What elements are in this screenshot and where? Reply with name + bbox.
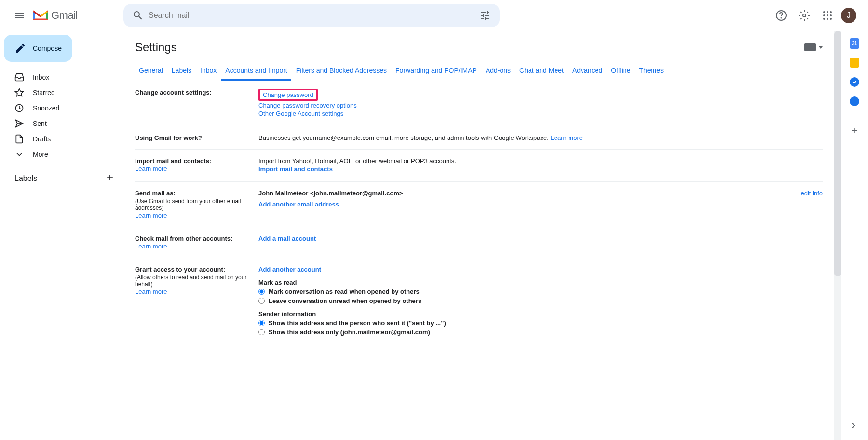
- gear-icon: [799, 10, 810, 21]
- inbox-icon: [14, 72, 24, 82]
- row-change-account: Change account settings: Change password…: [135, 81, 823, 126]
- sidebar-item-snoozed[interactable]: Snoozed: [4, 100, 118, 116]
- mark-read-radio-opt1[interactable]: [258, 289, 265, 295]
- scrollbar[interactable]: [834, 31, 841, 440]
- chevron-right-icon: [848, 420, 859, 431]
- main-menu-button[interactable]: [8, 4, 31, 27]
- sidebar-item-starred[interactable]: Starred: [4, 85, 118, 100]
- sidebar-item-label: Sent: [33, 120, 47, 127]
- svg-point-11: [830, 18, 832, 20]
- sidebar-item-label: Snoozed: [33, 104, 59, 112]
- sidebar-item-drafts[interactable]: Drafts: [4, 131, 118, 147]
- svg-marker-12: [15, 89, 24, 96]
- content: Settings GeneralLabelsInboxAccounts and …: [123, 31, 841, 440]
- send-icon: [14, 119, 24, 128]
- svg-point-6: [823, 14, 825, 16]
- tab-advanced[interactable]: Advanced: [569, 62, 606, 81]
- svg-point-10: [827, 18, 828, 20]
- grant-access-learn-more-link[interactable]: Learn more: [135, 288, 167, 295]
- tab-chat-and-meet[interactable]: Chat and Meet: [515, 62, 568, 81]
- tab-filters-and-blocked-addresses[interactable]: Filters and Blocked Addresses: [292, 62, 391, 81]
- sidebar-item-label: Starred: [33, 89, 55, 96]
- add-ons-button[interactable]: +: [850, 126, 859, 136]
- search-box[interactable]: [123, 4, 500, 27]
- svg-point-2: [803, 14, 806, 17]
- tab-themes[interactable]: Themes: [635, 62, 667, 81]
- svg-point-8: [830, 14, 832, 16]
- account-avatar[interactable]: J: [841, 8, 856, 23]
- settings-body: Change account settings: Change password…: [123, 81, 834, 344]
- send-mail-as-desc: (Use Gmail to send from your other email…: [135, 198, 258, 211]
- star-icon: [14, 88, 24, 97]
- header-left: Gmail: [8, 4, 123, 27]
- header-right: J: [772, 6, 860, 25]
- tab-labels[interactable]: Labels: [168, 62, 195, 81]
- hide-side-panel-button[interactable]: [847, 419, 860, 432]
- scrollbar-thumb[interactable]: [834, 31, 841, 276]
- add-mail-account-link[interactable]: Add a mail account: [258, 235, 316, 242]
- import-learn-more-link[interactable]: Learn more: [135, 165, 167, 172]
- import-mail-action-link[interactable]: Import mail and contacts: [258, 165, 333, 173]
- sender-info-radio-opt2[interactable]: [258, 329, 265, 335]
- tab-forwarding-and-pop-imap[interactable]: Forwarding and POP/IMAP: [392, 62, 481, 81]
- tab-accounts-and-import[interactable]: Accounts and Import: [221, 62, 291, 81]
- svg-point-3: [823, 11, 825, 13]
- pencil-icon: [14, 42, 26, 54]
- sender-info-radio-opt1[interactable]: [258, 320, 265, 326]
- send-mail-learn-more-link[interactable]: Learn more: [135, 212, 167, 219]
- settings-header: Settings: [123, 31, 834, 62]
- svg-point-7: [827, 14, 828, 16]
- tab-add-ons[interactable]: Add-ons: [482, 62, 515, 81]
- grant-access-desc: (Allow others to read and send mail on y…: [135, 274, 258, 288]
- tasks-icon: [850, 77, 859, 87]
- sidebar-item-label: Drafts: [33, 135, 51, 143]
- header: Gmail J: [0, 0, 868, 31]
- tasks-app-button[interactable]: [850, 77, 859, 87]
- check-mail-learn-more-link[interactable]: Learn more: [135, 243, 167, 250]
- add-email-address-link[interactable]: Add another email address: [258, 201, 339, 208]
- sidebar: Compose Inbox Starred Snoozed Sent Draft…: [0, 31, 123, 440]
- sidebar-item-sent[interactable]: Sent: [4, 116, 118, 131]
- keep-app-button[interactable]: [850, 58, 859, 68]
- input-tools-selector[interactable]: [804, 43, 823, 51]
- search-button[interactable]: [127, 5, 149, 26]
- tab-inbox[interactable]: Inbox: [196, 62, 220, 81]
- sidebar-item-more[interactable]: More: [4, 147, 118, 162]
- row-send-mail-as: Send mail as: (Use Gmail to send from yo…: [135, 182, 823, 227]
- add-another-account-link[interactable]: Add another account: [258, 266, 321, 273]
- change-password-link[interactable]: Change password: [263, 91, 313, 98]
- calendar-app-button[interactable]: 31: [850, 39, 859, 48]
- change-recovery-link[interactable]: Change password recovery options: [258, 102, 357, 109]
- search-icon: [132, 10, 144, 21]
- apps-button[interactable]: [818, 6, 837, 25]
- svg-point-1: [781, 18, 782, 18]
- add-label-button[interactable]: [105, 173, 115, 184]
- svg-point-4: [827, 11, 828, 13]
- highlight-box: Change password: [258, 89, 318, 101]
- row-check-mail: Check mail from other accounts: Learn mo…: [135, 227, 823, 258]
- contacts-app-button[interactable]: [850, 96, 859, 106]
- plus-icon: +: [852, 124, 858, 137]
- edit-info-link[interactable]: edit info: [800, 190, 823, 197]
- tune-icon: [479, 10, 491, 21]
- support-button[interactable]: [772, 6, 791, 25]
- compose-button[interactable]: Compose: [4, 35, 72, 62]
- sidebar-item-label: Inbox: [33, 73, 49, 81]
- sidebar-item-inbox[interactable]: Inbox: [4, 69, 118, 85]
- labels-title: Labels: [14, 174, 37, 183]
- tab-offline[interactable]: Offline: [607, 62, 634, 81]
- gmail-logo[interactable]: Gmail: [33, 9, 78, 22]
- clock-icon: [14, 103, 24, 113]
- workspace-learn-more-link[interactable]: Learn more: [550, 134, 582, 141]
- sender-info-label-opt2: Show this address only (john.mailmeteor@…: [269, 329, 430, 336]
- keep-icon: [850, 58, 859, 68]
- other-google-settings-link[interactable]: Other Google Account settings: [258, 110, 343, 117]
- help-icon: [775, 10, 787, 21]
- settings-title: Settings: [135, 41, 177, 54]
- tab-general[interactable]: General: [135, 62, 167, 81]
- settings-button[interactable]: [795, 6, 814, 25]
- search-options-button[interactable]: [475, 5, 496, 26]
- search-input[interactable]: [149, 11, 475, 20]
- search-container: [123, 4, 500, 27]
- mark-read-radio-opt2[interactable]: [258, 298, 265, 304]
